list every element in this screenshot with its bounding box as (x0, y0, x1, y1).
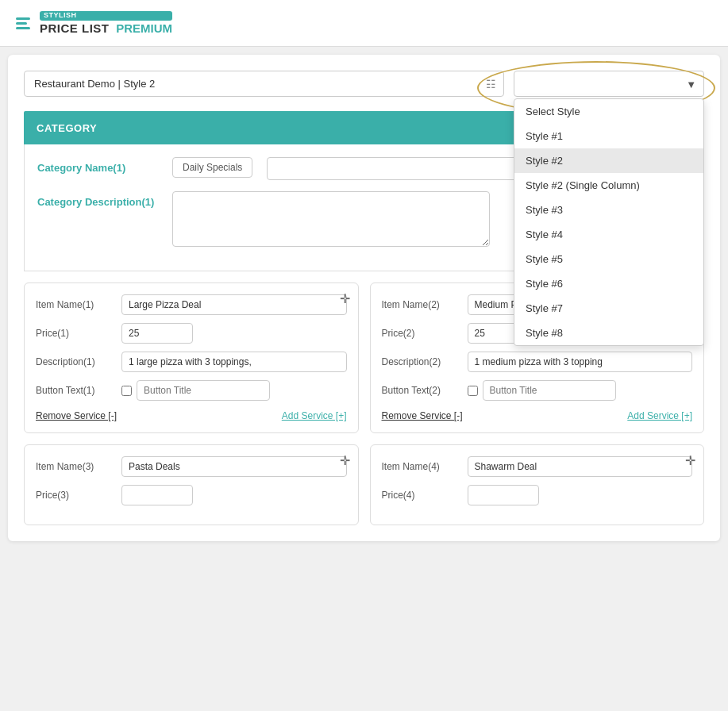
item2-remove-button[interactable]: Remove Service [-] (382, 410, 463, 421)
item1-desc-row: Description(1) (36, 352, 347, 372)
item4-price-input[interactable] (468, 485, 539, 505)
category-label: CATEGORY (37, 122, 97, 134)
style-select[interactable] (514, 71, 704, 97)
item3-name-input[interactable] (121, 456, 347, 477)
dropdown-item-style5[interactable]: Style #5 (514, 247, 703, 271)
item1-price-label: Price(1) (36, 328, 115, 339)
top-controls: ☷ ▼ Select Style Style #1 Style #2 Style… (24, 71, 704, 97)
style-select-wrap: ▼ Select Style Style #1 Style #2 Style #… (514, 71, 704, 97)
item4-name-label: Item Name(4) (382, 461, 461, 472)
item1-name-input[interactable] (121, 294, 347, 315)
item1-btn-checkbox[interactable] (121, 386, 132, 396)
dropdown-item-style6[interactable]: Style #6 (514, 271, 703, 296)
item4-name-row: Item Name(4) (382, 456, 693, 477)
dropdown-item-style2[interactable]: Style #2 (514, 148, 703, 173)
item1-name-row: Item Name(1) (36, 294, 347, 315)
item3-price-input[interactable] (121, 485, 193, 505)
item1-add-button[interactable]: Add Service [+] (282, 410, 347, 421)
item4-name-input[interactable] (468, 456, 693, 477)
drag-handle-4: ✛ (685, 453, 695, 468)
item1-price-input[interactable] (121, 323, 193, 344)
logo-premium: PREMIUM (116, 21, 172, 35)
stylish-badge: STYLISH (40, 11, 172, 21)
item-card-3: ✛ Item Name(3) Price(3) (24, 444, 359, 525)
dropdown-item-select-style[interactable]: Select Style (514, 99, 703, 124)
item2-name-label: Item Name(2) (382, 299, 461, 310)
item3-name-row: Item Name(3) (36, 456, 347, 477)
item2-btn-label: Button Text(2) (382, 385, 461, 396)
item1-checkbox-wrap (121, 380, 270, 401)
item1-btn-row: Button Text(1) (36, 380, 347, 401)
item2-actions: Remove Service [-] Add Service [+] (382, 410, 693, 421)
item4-price-label: Price(4) (382, 490, 461, 501)
item1-actions: Remove Service [-] Add Service [+] (36, 410, 347, 421)
dropdown-item-style8[interactable]: Style #8 (514, 321, 703, 345)
dropdown-item-style7[interactable]: Style #7 (514, 296, 703, 321)
item3-price-row: Price(3) (36, 485, 347, 505)
demo-input[interactable] (24, 71, 504, 97)
item-card-1: ✛ Item Name(1) Price(1) Description(1) B… (24, 282, 359, 433)
item2-desc-label: Description(2) (382, 356, 461, 367)
item1-name-label: Item Name(1) (36, 299, 115, 310)
item4-price-row: Price(4) (382, 485, 693, 505)
item1-desc-input[interactable] (121, 352, 347, 372)
main-card: ☷ ▼ Select Style Style #1 Style #2 Style… (8, 55, 720, 541)
item1-remove-button[interactable]: Remove Service [-] (36, 410, 117, 421)
style-dropdown-menu[interactable]: Select Style Style #1 Style #2 Style #2 … (514, 98, 704, 346)
category-name-label: Category Name(1) (37, 157, 164, 174)
dropdown-item-style3[interactable]: Style #3 (514, 198, 703, 222)
item2-desc-input[interactable] (468, 352, 693, 372)
drag-handle-1: ✛ (340, 291, 350, 306)
item2-add-button[interactable]: Add Service [+] (627, 410, 692, 421)
item2-btn-row: Button Text(2) (382, 380, 693, 401)
category-desc-label: Category Description(1) (37, 191, 164, 208)
item1-btn-label: Button Text(1) (36, 385, 115, 396)
copy-icon: ☷ (486, 78, 496, 90)
dropdown-item-style1[interactable]: Style #1 (514, 124, 703, 148)
item1-btn-input[interactable] (137, 380, 270, 401)
item3-price-label: Price(3) (36, 490, 115, 501)
item2-btn-checkbox[interactable] (468, 386, 478, 396)
category-desc-input[interactable] (172, 191, 490, 247)
logo-text: STYLISH PRICE LIST PREMIUM (40, 11, 172, 35)
item2-desc-row: Description(2) (382, 352, 693, 372)
item1-desc-label: Description(1) (36, 356, 115, 367)
item1-price-row: Price(1) (36, 323, 347, 344)
logo-title: PRICE LIST (40, 21, 110, 35)
item-card-4: ✛ Item Name(4) Price(4) (370, 444, 705, 525)
item2-checkbox-wrap (468, 380, 616, 401)
top-bar: STYLISH PRICE LIST PREMIUM (0, 0, 728, 47)
item3-name-label: Item Name(3) (36, 461, 115, 472)
item2-btn-input[interactable] (483, 380, 616, 401)
dropdown-item-style4[interactable]: Style #4 (514, 222, 703, 247)
daily-specials-button[interactable]: Daily Specials (172, 157, 252, 178)
item2-price-label: Price(2) (382, 328, 461, 339)
dropdown-item-style2-single[interactable]: Style #2 (Single Column) (514, 173, 703, 198)
demo-input-wrap: ☷ (24, 71, 504, 97)
drag-handle-3: ✛ (340, 453, 350, 468)
logo-icon (16, 17, 30, 29)
